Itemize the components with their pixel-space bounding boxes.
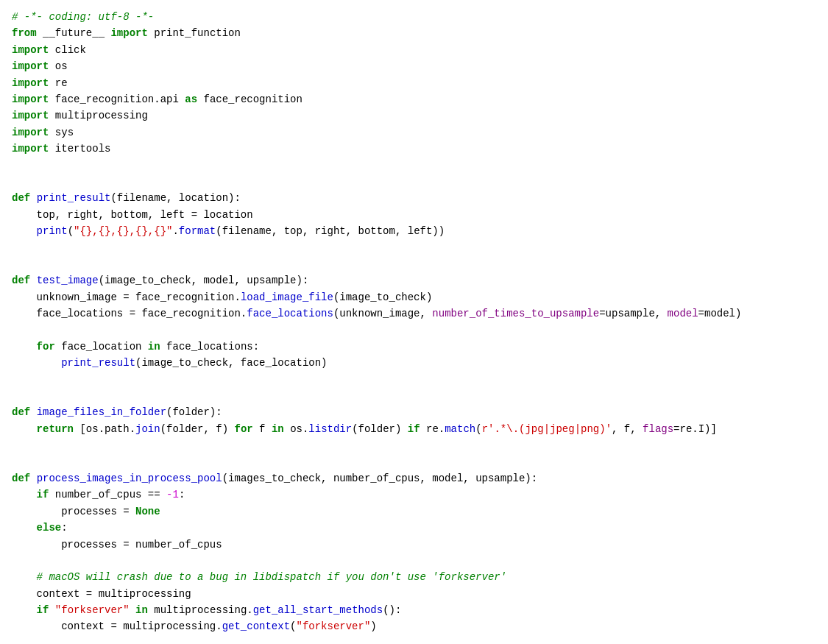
line-29: def process_images_in_process_pool(image… xyxy=(0,470,828,486)
line-10 xyxy=(0,158,828,174)
line-15 xyxy=(0,239,828,255)
line-27 xyxy=(0,437,828,453)
line-26: return [os.path.join(folder, f) for f in… xyxy=(0,421,828,437)
line-5: import re xyxy=(0,75,828,91)
line-16 xyxy=(0,256,828,272)
line-25: def image_files_in_folder(folder): xyxy=(0,404,828,420)
line-28 xyxy=(0,454,828,470)
line-21: for face_location in face_locations: xyxy=(0,339,828,355)
line-14: print("{},{},{},{},{}".format(filename, … xyxy=(0,223,828,239)
line-20 xyxy=(0,322,828,338)
line-4: import os xyxy=(0,58,828,74)
line-7: import multiprocessing xyxy=(0,107,828,124)
line-36: context = multiprocessing xyxy=(0,586,828,602)
line-12: def print_result(filename, location): xyxy=(0,190,828,206)
line-19: face_locations = face_recognition.face_l… xyxy=(0,305,828,322)
line-2: from __future__ import print_function xyxy=(0,25,828,41)
code-container: # -*- coding: utf-8 -*- from __future__ … xyxy=(0,6,828,644)
line-34 xyxy=(0,553,828,569)
line-18: unknown_image = face_recognition.load_im… xyxy=(0,289,828,305)
line-30: if number_of_cpus == -1: xyxy=(0,486,828,503)
line-11 xyxy=(0,174,828,190)
line-9: import itertools xyxy=(0,141,828,157)
line-1: # -*- coding: utf-8 -*- xyxy=(0,9,828,25)
line-3: import click xyxy=(0,42,828,58)
line-17: def test_image(image_to_check, model, up… xyxy=(0,272,828,289)
line-8: import sys xyxy=(0,124,828,141)
line-22: print_result(image_to_check, face_locati… xyxy=(0,355,828,371)
line-23 xyxy=(0,372,828,388)
line-13: top, right, bottom, left = location xyxy=(0,207,828,223)
line-35: # macOS will crash due to a bug in libdi… xyxy=(0,569,828,585)
line-38: context = multiprocessing.get_context("f… xyxy=(0,618,828,634)
line-37: if "forkserver" in multiprocessing.get_a… xyxy=(0,602,828,618)
line-32: else: xyxy=(0,520,828,536)
line-31: processes = None xyxy=(0,503,828,520)
line-6: import face_recognition.api as face_reco… xyxy=(0,91,828,107)
line-33: processes = number_of_cpus xyxy=(0,537,828,553)
line-24 xyxy=(0,388,828,404)
